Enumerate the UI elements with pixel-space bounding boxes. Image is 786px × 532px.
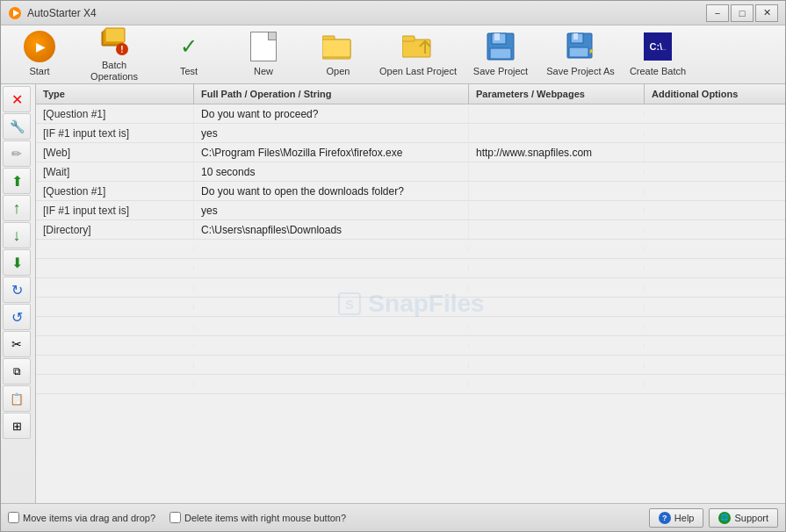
test-button[interactable]: ✓ Test	[152, 27, 226, 82]
drag-drop-checkbox-label[interactable]: Move items via drag and drop?	[8, 512, 155, 523]
save-as-button[interactable]: * Save Project As	[541, 27, 620, 82]
batch-operations-icon: !	[98, 26, 130, 56]
cell-opts-5	[645, 208, 785, 213]
table-area: Type Full Path / Operation / String Para…	[36, 84, 785, 503]
table-row[interactable]: [IF #1 input text is] yes	[36, 124, 785, 143]
new-button[interactable]: New	[227, 27, 300, 82]
cell-op-6: C:\Users\snapfiles\Downloads	[194, 221, 469, 239]
status-bar: Move items via drag and drop? Delete ite…	[1, 503, 785, 531]
move-up-button[interactable]: ↑	[3, 195, 31, 221]
cell-params-2: http://www.snapfiles.com	[469, 144, 645, 162]
main-window: AutoStarter X4 − □ ✕ Start !	[0, 0, 786, 532]
paste-button[interactable]: 📋	[3, 385, 31, 412]
cell-op-1: yes	[194, 125, 469, 142]
new-label: New	[254, 66, 273, 77]
title-bar: AutoStarter X4 − □ ✕	[1, 1, 785, 25]
close-button[interactable]: ✕	[755, 4, 778, 22]
svg-rect-9	[322, 40, 350, 57]
wrench-button[interactable]: 🔧	[3, 113, 31, 140]
table-row[interactable]: [Question #1] Do you want to proceed?	[36, 104, 785, 124]
create-batch-button[interactable]: C:\_ Create Batch	[621, 27, 695, 82]
svg-rect-19	[573, 33, 578, 40]
move-top-button[interactable]: ⬆	[3, 168, 31, 194]
start-label: Start	[29, 66, 49, 77]
cell-type-2: [Web]	[36, 144, 194, 162]
col-options: Additional Options	[645, 84, 785, 104]
svg-rect-16	[490, 48, 511, 59]
cell-opts-1	[645, 131, 785, 136]
drag-drop-checkbox[interactable]	[8, 512, 19, 523]
svg-rect-15	[494, 33, 500, 40]
cell-op-5: yes	[194, 202, 469, 219]
svg-text:*: *	[589, 47, 594, 60]
svg-text:!: !	[120, 45, 123, 54]
open-icon	[322, 32, 354, 62]
table-row[interactable]: [Directory] C:\Users\snapfiles\Downloads	[36, 220, 785, 240]
table-row-empty	[36, 356, 785, 375]
cell-params-1	[469, 131, 645, 136]
cell-type-6: [Directory]	[36, 221, 194, 239]
open-button[interactable]: Open	[301, 27, 375, 82]
table-row-empty	[36, 375, 785, 394]
move-bottom-button[interactable]: ⬇	[3, 249, 31, 276]
cell-type-0: [Question #1]	[36, 105, 194, 123]
table-row-empty	[36, 278, 785, 298]
duplicate-button[interactable]: ⊞	[3, 413, 31, 439]
status-left: Move items via drag and drop? Delete ite…	[8, 512, 346, 523]
save-label: Save Project	[473, 66, 528, 77]
app-icon	[8, 6, 22, 20]
create-batch-icon: C:\_	[642, 32, 674, 62]
main-area: ✕ 🔧 ✏ ⬆ ↑ ↓ ⬇ ↻ ↺ ✂ ⧉ 📋 ⊞ Type Full Path…	[1, 84, 785, 503]
cell-type-3: [Wait]	[36, 163, 194, 181]
cell-params-6	[469, 227, 645, 233]
table-row-empty	[36, 336, 785, 356]
table-row-empty	[36, 298, 785, 317]
svg-rect-11	[402, 36, 415, 41]
table-row-empty	[36, 259, 785, 278]
title-bar-left: AutoStarter X4	[8, 6, 97, 20]
move-down-button[interactable]: ↓	[3, 222, 31, 248]
save-as-icon: *	[565, 32, 596, 62]
copy-button[interactable]: ⧉	[3, 358, 31, 385]
cell-params-5	[469, 208, 645, 213]
delete-right-click-checkbox-label[interactable]: Delete items with right mouse button?	[169, 512, 346, 523]
cut-button[interactable]: ✂	[3, 331, 31, 357]
delete-right-click-checkbox[interactable]	[169, 512, 181, 523]
svg-rect-20	[569, 47, 588, 57]
open-last-label: Open Last Project	[379, 66, 457, 77]
save-as-label: Save Project As	[546, 66, 615, 77]
rotate-left-button[interactable]: ↺	[3, 304, 31, 330]
cell-type-1: [IF #1 input text is]	[36, 125, 194, 142]
help-button[interactable]: ? Help	[649, 508, 704, 528]
save-button[interactable]: Save Project	[461, 27, 540, 82]
table-body: [Question #1] Do you want to proceed? [I…	[36, 104, 785, 503]
start-icon	[24, 31, 55, 62]
open-label: Open	[327, 66, 350, 77]
left-toolbar: ✕ 🔧 ✏ ⬆ ↑ ↓ ⬇ ↻ ↺ ✂ ⧉ 📋 ⊞	[1, 84, 36, 503]
batch-operations-button[interactable]: ! Batch Operations	[77, 27, 151, 82]
cell-type-5: [IF #1 input text is]	[36, 202, 194, 219]
cell-params-4	[469, 189, 645, 194]
cell-opts-6	[645, 227, 785, 233]
table-row[interactable]: [Question #1] Do you want to open the do…	[36, 182, 785, 201]
table-row[interactable]: [IF #1 input text is] yes	[36, 201, 785, 220]
window-controls: − □ ✕	[706, 4, 778, 22]
table-row-empty	[36, 240, 785, 259]
table-row[interactable]: [Wait] 10 seconds	[36, 162, 785, 182]
delete-button[interactable]: ✕	[3, 86, 31, 112]
cell-op-3: 10 seconds	[194, 163, 469, 181]
edit-button[interactable]: ✏	[3, 140, 31, 167]
rotate-right-button[interactable]: ↻	[3, 277, 31, 303]
maximize-button[interactable]: □	[731, 4, 754, 22]
minimize-button[interactable]: −	[706, 4, 729, 22]
open-last-icon	[402, 32, 434, 62]
open-last-button[interactable]: Open Last Project	[376, 27, 460, 82]
support-button[interactable]: 🌐 Support	[709, 508, 778, 528]
status-right: ? Help 🌐 Support	[649, 508, 778, 528]
cell-opts-2	[645, 150, 785, 155]
start-button[interactable]: Start	[3, 27, 76, 82]
table-row[interactable]: [Web] C:\Program Files\Mozilla Firefox\f…	[36, 143, 785, 162]
cell-opts-4	[645, 189, 785, 194]
cell-params-0	[469, 111, 645, 117]
col-type: Type	[36, 84, 194, 104]
